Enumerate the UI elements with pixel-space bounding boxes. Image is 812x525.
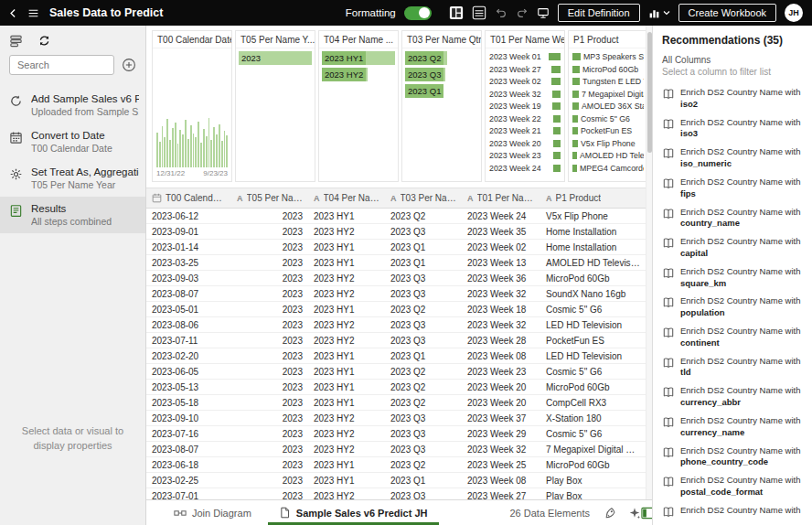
insights-sparkle-icon[interactable] xyxy=(628,507,641,520)
value-row[interactable]: 2023 Week 21 xyxy=(489,125,561,136)
table-cell: 2023 Week 35 xyxy=(462,227,540,237)
value-bar[interactable]: 2023 Q1 xyxy=(405,84,443,98)
recommendation-item[interactable]: Enrich DS2 Country Name withsquare_km xyxy=(662,266,808,290)
table-cell: 2023 xyxy=(231,476,308,486)
value-bar[interactable]: 2023 xyxy=(239,51,312,65)
value-row[interactable]: MP3 Speakers System xyxy=(572,51,644,62)
value-row[interactable]: 2023 Week 02 xyxy=(489,76,561,87)
value-row[interactable]: V5x Flip Phone xyxy=(572,138,644,149)
edit-definition-button[interactable]: Edit Definition xyxy=(558,4,640,22)
data-quality-icon[interactable] xyxy=(604,507,617,520)
value-row[interactable]: 2023 Week 32 xyxy=(489,89,561,100)
scrollbar-thumb[interactable] xyxy=(647,32,652,153)
canvas-layout-icon[interactable] xyxy=(449,5,464,20)
value-row[interactable]: AMOLED HD Televisi... xyxy=(572,150,644,161)
profile-card-6[interactable]: P1 ProductMP3 Speakers SystemMicroPod 60… xyxy=(568,30,648,182)
value-row[interactable]: AMOLED 36X Standa... xyxy=(572,101,644,112)
table-cell: 2023-02-25 xyxy=(146,476,231,486)
value-row[interactable]: Tungsten E LED TV xyxy=(572,76,644,87)
undo-icon[interactable] xyxy=(495,6,508,19)
table-cell: 2023-07-11 xyxy=(146,336,231,346)
book-icon xyxy=(662,177,675,190)
recommendation-item[interactable]: Enrich DS2 Country Name with xyxy=(662,505,808,519)
add-step-icon[interactable] xyxy=(122,58,136,72)
profile-card-4[interactable]: T03 Per Name Qtr2023 Q22023 Q32023 Q1 xyxy=(401,30,482,182)
column-header-2[interactable]: AT05 Per Nam... xyxy=(231,193,308,203)
profile-card-1[interactable]: T00 Calendar Date12/31/229/23/23 xyxy=(152,30,232,182)
value-row[interactable]: 2023 Week 01 xyxy=(489,51,561,62)
profile-card-title: T01 Per Name Week xyxy=(486,31,564,48)
table-row: 2023-09-1020232023 HY22023 Q32023 Week 3… xyxy=(146,411,646,426)
recommendation-item[interactable]: Enrich DS2 Country Name withcontinent xyxy=(662,326,808,349)
visualization-menu-button[interactable] xyxy=(648,7,670,19)
table-cell: 2023 xyxy=(231,351,308,361)
recommendation-item[interactable]: Enrich DS2 Country Name withiso2 xyxy=(662,87,808,111)
menu-icon[interactable] xyxy=(27,7,39,19)
data-panel-icon[interactable] xyxy=(9,34,23,48)
recommendation-item[interactable]: Enrich DS2 Country Name withtld xyxy=(662,356,808,380)
value-row[interactable]: 2023 Week 19 xyxy=(489,101,561,112)
steps-list: Add Sample Sales v6 Pre...Uploaded from … xyxy=(0,87,145,233)
table-cell: 2023 HY1 xyxy=(308,242,385,252)
profile-card-5[interactable]: T01 Per Name Week2023 Week 012023 Week 2… xyxy=(485,30,565,182)
avatar[interactable]: JH xyxy=(785,4,803,22)
value-bar[interactable]: 2023 Q2 xyxy=(405,51,447,65)
column-header-6[interactable]: AP1 Product xyxy=(540,193,646,203)
table-cell: Cosmic 5" G6 xyxy=(540,367,646,377)
value-row[interactable]: PocketFun ES xyxy=(572,125,644,136)
value-row[interactable]: 2023 Week 23 xyxy=(489,150,561,161)
join-diagram-button[interactable]: Join Diagram xyxy=(174,507,251,520)
profile-card-title: P1 Product xyxy=(569,31,647,48)
recommendation-item[interactable]: Enrich DS2 Country Name withcountry_name xyxy=(662,207,808,230)
value-bar[interactable]: 2023 HY1 xyxy=(322,51,395,65)
value-row[interactable]: 2023 Week 24 xyxy=(489,163,561,174)
recommendation-item[interactable]: Enrich DS2 Country Name withpopulation xyxy=(662,295,808,319)
present-icon[interactable] xyxy=(537,6,550,19)
recommendation-item[interactable]: Enrich DS2 Country Name withcurrency_abb… xyxy=(662,385,808,409)
recommendation-item[interactable]: Enrich DS2 Country Name withiso_numeric xyxy=(662,146,808,170)
value-row[interactable]: Cosmic 5" G6 xyxy=(572,113,644,124)
value-row[interactable]: 2023 Week 20 xyxy=(489,138,561,149)
recommendation-item[interactable]: Enrich DS2 Country Name withcurrency_nam… xyxy=(662,415,808,439)
toggle-left-panel-icon[interactable] xyxy=(641,507,652,520)
table-layout-icon[interactable] xyxy=(472,5,486,20)
column-header-1[interactable]: T00 Calendar Date xyxy=(146,193,231,203)
create-workbook-button[interactable]: Create Workbook xyxy=(678,4,776,22)
profile-card-3[interactable]: T04 Per Name ...2023 HY12023 HY2 xyxy=(318,30,399,182)
recommendation-item[interactable]: Enrich DS2 Country Name withcapital xyxy=(662,236,808,260)
sidebar-step-2[interactable]: Convert to DateT00 Calendar Date xyxy=(0,123,145,160)
redo-icon[interactable] xyxy=(516,6,529,19)
value-bar[interactable]: 2023 Q3 xyxy=(405,68,445,81)
value-bar-label: 2023 HY2 xyxy=(322,68,366,81)
back-icon[interactable] xyxy=(7,7,19,19)
recommendation-item[interactable]: Enrich DS2 Country Name withiso3 xyxy=(662,117,808,141)
recommendation-field: fips xyxy=(680,188,800,200)
sidebar-step-1[interactable]: Add Sample Sales v6 Pre...Uploaded from … xyxy=(0,87,145,123)
column-header-4[interactable]: AT03 Per Nam... xyxy=(385,193,462,203)
value-row[interactable]: 2023 Week 22 xyxy=(489,113,561,124)
column-header-5[interactable]: AT01 Per Name ... xyxy=(462,193,540,203)
value-row[interactable]: 2023 Week 27 xyxy=(489,64,561,75)
value-bar[interactable]: 2023 HY2 xyxy=(322,68,368,81)
value-row[interactable]: MPEG4 Camcorder xyxy=(572,163,644,174)
vertical-scrollbar[interactable] xyxy=(646,26,652,499)
value-row[interactable]: MicroPod 60Gb xyxy=(572,64,644,75)
table-cell: 2023 HY1 xyxy=(308,367,385,377)
steps-panel-icon[interactable] xyxy=(37,34,51,48)
table-row: 2023-02-2520232023 HY12023 Q12023 Week 0… xyxy=(146,473,646,488)
value-row[interactable]: 7 Megapixel Digital C... xyxy=(572,89,644,100)
column-header-3[interactable]: AT04 Per Nam... xyxy=(308,193,385,203)
recommendation-text: Enrich DS2 Country Name with xyxy=(680,505,800,515)
sidebar-step-3[interactable]: Set Treat As, AggregationT05 Per Name Ye… xyxy=(0,160,145,197)
formatting-toggle[interactable] xyxy=(404,6,432,20)
recommendation-item[interactable]: Enrich DS2 Country Name withfips xyxy=(662,177,808,200)
search-input[interactable] xyxy=(9,55,114,75)
table-cell: 2023 Week 20 xyxy=(462,382,540,392)
sidebar-step-4[interactable]: ResultsAll steps combined xyxy=(0,197,145,233)
value-label: 2023 Week 21 xyxy=(489,126,550,135)
tab-sample-sales-v6-predict[interactable]: Sample Sales v6 Predict JH xyxy=(268,500,439,525)
profile-card-2[interactable]: T05 Per Name Y...2023 xyxy=(235,30,315,182)
table-cell: 2023 xyxy=(231,382,308,392)
recommendation-item[interactable]: Enrich DS2 Country Name withpostal_code_… xyxy=(662,475,808,498)
recommendation-item[interactable]: Enrich DS2 Country Name withphone_countr… xyxy=(662,445,808,469)
